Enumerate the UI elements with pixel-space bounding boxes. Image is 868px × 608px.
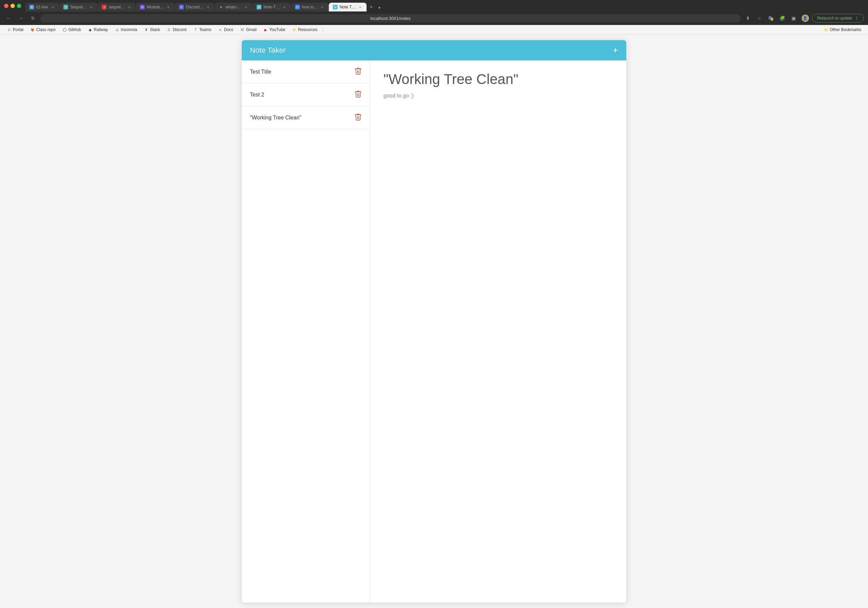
tab-favicon: s xyxy=(102,5,107,9)
window-controls xyxy=(3,4,25,11)
other-favicon: 📁 xyxy=(824,27,829,32)
tab-dropdown-button[interactable]: ▾ xyxy=(376,4,383,11)
tab-favicon: N xyxy=(333,5,338,9)
tab-favicon: M xyxy=(140,5,145,9)
portal-favicon: U xyxy=(7,27,11,32)
bookmark-label: GitHub xyxy=(68,27,81,32)
relaunch-button[interactable]: Relaunch to update ⋮ xyxy=(812,14,864,23)
tab-close-button[interactable]: ✕ xyxy=(243,5,248,9)
tab-module[interactable]: M Module… ✕ xyxy=(136,3,175,11)
bookmark-other-label: Other Bookmarks xyxy=(830,27,861,32)
bookmark-other[interactable]: 📁 Other Bookmarks xyxy=(821,26,864,33)
tabs-container: ⊞ 01-live ✕ S Sequel… ✕ s sequel… ✕ M Mo… xyxy=(25,3,865,11)
address-input[interactable]: localhost:3001/notes xyxy=(40,14,741,23)
tab-label: Sequel… xyxy=(70,5,87,9)
bookmark-label: YouTube xyxy=(270,27,285,32)
note-detail-title: "Working Tree Clean" xyxy=(383,71,613,87)
delete-note-button[interactable] xyxy=(355,67,361,76)
reader-icon[interactable]: ▣ xyxy=(789,14,798,23)
tab-howto[interactable]: G how to… ✕ xyxy=(291,3,329,11)
tab-close-button[interactable]: ✕ xyxy=(206,5,211,9)
tab-favicon: D xyxy=(179,5,184,9)
bookmark-separator xyxy=(323,27,323,33)
bookmark-insomnia[interactable]: ◎ Insomnia xyxy=(112,26,140,33)
bookmark-label: Discord xyxy=(173,27,186,32)
slack-favicon: # xyxy=(144,27,149,32)
tab-label: Discord… xyxy=(186,5,204,9)
note-detail: "Working Tree Clean" good to go :) xyxy=(370,61,626,603)
tab-close-button[interactable]: ✕ xyxy=(166,5,170,9)
tab-sequel2[interactable]: s sequel… ✕ xyxy=(98,3,135,11)
tab-01live[interactable]: ⊞ 01-live ✕ xyxy=(25,3,59,11)
note-item-1[interactable]: Test Title xyxy=(242,61,370,83)
note-item-3[interactable]: "Working Tree Clean" xyxy=(242,106,370,129)
delete-note-button[interactable] xyxy=(355,90,361,99)
bookmark-railway[interactable]: ◉ Railway xyxy=(85,26,111,33)
bookmark-discord[interactable]: D Discord xyxy=(164,26,189,33)
bookmark-teams[interactable]: T Teams xyxy=(191,26,214,33)
minimize-window-button[interactable] xyxy=(11,4,15,8)
share-icon[interactable]: ⬆ xyxy=(743,14,753,23)
browser-frame: ⊞ 01-live ✕ S Sequel… ✕ s sequel… ✕ M Mo… xyxy=(0,0,868,25)
bookmark-docs[interactable]: ≡ Docs xyxy=(215,26,236,33)
maximize-window-button[interactable] xyxy=(17,4,21,8)
teams-favicon: T xyxy=(193,27,198,32)
bookmark-slack[interactable]: # Slack xyxy=(141,26,163,33)
profile-icon[interactable]: 👤 xyxy=(801,14,810,23)
bookmark-resources[interactable]: 📁 Resources xyxy=(289,26,320,33)
relaunch-menu-icon: ⋮ xyxy=(854,16,859,21)
note-detail-body: good to go :) xyxy=(383,93,613,99)
tab-discord[interactable]: D Discord… ✕ xyxy=(175,3,214,11)
discord-favicon: D xyxy=(167,27,171,32)
back-button[interactable]: ← xyxy=(4,14,14,23)
tab-label: whats-… xyxy=(226,5,242,9)
tab-label: 01-live xyxy=(36,5,48,9)
tab-note-t1[interactable]: N Note-T… ✕ xyxy=(253,3,291,11)
tab-close-button[interactable]: ✕ xyxy=(89,5,93,9)
bookmark-github[interactable]: ⬡ GitHub xyxy=(60,26,84,33)
gmail-favicon: M xyxy=(240,27,245,32)
tab-favicon: N xyxy=(257,5,261,9)
tab-bar: ⊞ 01-live ✕ S Sequel… ✕ s sequel… ✕ M Mo… xyxy=(0,0,868,11)
github-favicon: ⬡ xyxy=(62,27,67,32)
bookmark-label: Insomnia xyxy=(121,27,137,32)
tab-label: how to… xyxy=(302,5,318,9)
new-tab-button[interactable]: + xyxy=(367,3,375,11)
docs-favicon: ≡ xyxy=(218,27,223,32)
trash-icon xyxy=(355,113,361,120)
tab-close-button[interactable]: ✕ xyxy=(127,5,132,9)
bookmark-portal[interactable]: U Portal xyxy=(4,26,26,33)
tab-sequel1[interactable]: S Sequel… ✕ xyxy=(59,3,98,11)
bookmark-label: Railway xyxy=(94,27,108,32)
bookmark-youtube[interactable]: ▶ YouTube xyxy=(261,26,288,33)
tab-favicon: S xyxy=(64,5,68,9)
forward-button[interactable]: → xyxy=(16,14,26,23)
reload-button[interactable]: ↻ xyxy=(28,14,38,23)
tab-close-button[interactable]: ✕ xyxy=(50,5,55,9)
app-body: Test Title Test 2 xyxy=(242,61,626,603)
close-window-button[interactable] xyxy=(4,4,8,8)
delete-note-button[interactable] xyxy=(355,113,361,122)
tab-label: Module… xyxy=(147,5,164,9)
note-item-2[interactable]: Test 2 xyxy=(242,83,370,106)
tab-label: Note T… xyxy=(339,5,356,9)
tab-close-button[interactable]: ✕ xyxy=(282,5,287,9)
tab-note-t2-active[interactable]: N Note T… ✕ xyxy=(329,3,367,11)
extension-icon[interactable]: 🎭 xyxy=(766,14,776,23)
tab-close-button[interactable]: ✕ xyxy=(320,5,324,9)
notes-list: Test Title Test 2 xyxy=(242,61,370,603)
tab-close-button[interactable]: ✕ xyxy=(358,5,363,9)
tab-whats[interactable]: G whats-… ✕ xyxy=(215,3,252,11)
tab-favicon: ⊞ xyxy=(29,5,34,9)
tab-label: sequel… xyxy=(108,5,124,9)
bookmark-classrepo[interactable]: 🦊 Class repo xyxy=(27,26,58,33)
bookmark-gmail[interactable]: M Gmail xyxy=(237,26,259,33)
trash-icon xyxy=(355,90,361,98)
add-note-button[interactable]: + xyxy=(613,45,618,55)
bookmark-label: Docs xyxy=(224,27,233,32)
browser-content: Note Taker + Test Title xyxy=(0,35,868,608)
puzzle-icon[interactable]: 🧩 xyxy=(778,14,787,23)
insomnia-favicon: ◎ xyxy=(115,27,119,32)
bookmark-label: Class repo xyxy=(36,27,55,32)
bookmark-icon[interactable]: ☆ xyxy=(755,14,764,23)
